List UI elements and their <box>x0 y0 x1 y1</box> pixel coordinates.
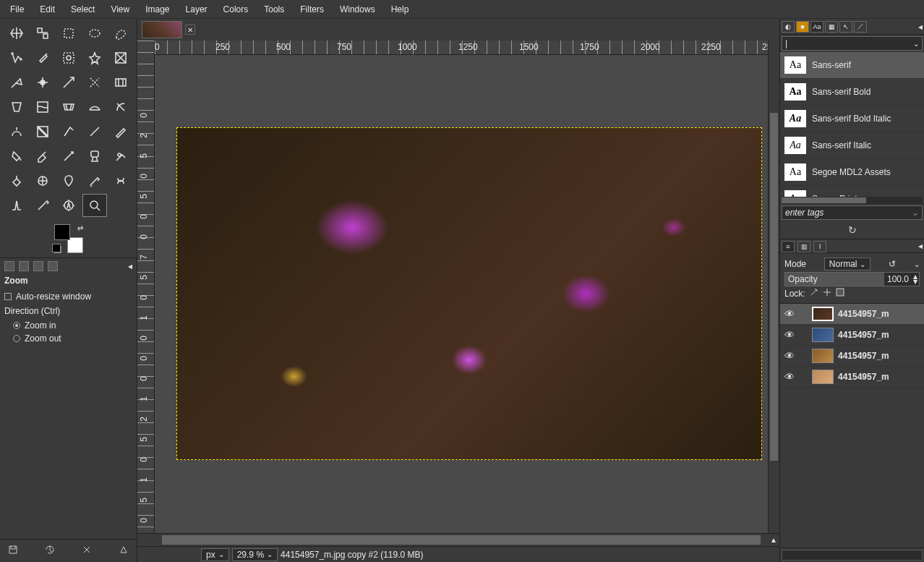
mode-selector[interactable]: Normal <box>824 257 871 271</box>
smudge-tool[interactable] <box>56 169 81 192</box>
channels-tab-icon[interactable]: ▥ <box>797 241 810 252</box>
menu-tools[interactable]: Tools <box>257 1 291 17</box>
patterns-tab-icon[interactable]: ■ <box>796 21 809 33</box>
zoom-selector[interactable]: 29.9 % <box>232 548 278 561</box>
zoom-tool[interactable] <box>82 194 107 217</box>
opacity-slider[interactable]: Opacity 100.0 ▴▾ <box>784 272 920 286</box>
layer-name[interactable]: 44154957_m <box>838 309 921 319</box>
auto-resize-checkbox[interactable]: Auto-resize window <box>4 290 132 303</box>
handle-transform-tool[interactable] <box>4 95 29 119</box>
menu-help[interactable]: Help <box>384 1 416 17</box>
menu-select[interactable]: Select <box>64 1 102 17</box>
clone-tool[interactable] <box>82 145 107 168</box>
close-tab-icon[interactable]: ✕ <box>185 25 195 35</box>
paths-tab-icon[interactable]: ⌇ <box>813 241 826 252</box>
layer-row[interactable]: 👁44154957_m <box>780 367 924 388</box>
menu-view[interactable]: View <box>103 1 137 17</box>
menu-windows[interactable]: Windows <box>333 1 382 17</box>
layer-name[interactable]: 44154957_m <box>838 372 921 382</box>
paintbrush-tab-icon[interactable]: ／ <box>854 21 867 33</box>
by-color-select-tool[interactable] <box>56 46 81 69</box>
unified-transform-tool[interactable] <box>108 71 133 94</box>
rotate-tool[interactable] <box>4 71 29 94</box>
layer-row[interactable]: 👁44154957_m <box>780 325 924 346</box>
airbrush-tool[interactable] <box>4 145 29 168</box>
rect-select-tool[interactable] <box>56 22 81 45</box>
font-item[interactable]: AaSans-serif Bold <box>780 79 924 106</box>
free-select-tool[interactable] <box>108 22 133 45</box>
horizontal-scrollbar[interactable] <box>155 534 768 546</box>
menu-filters[interactable]: Filters <box>293 1 331 17</box>
layer-name[interactable]: 44154957_m <box>838 330 921 340</box>
scissors-tool[interactable] <box>4 46 29 69</box>
menu-file[interactable]: File <box>3 1 31 17</box>
font-item[interactable]: AaSegoe MDL2 Assets <box>780 159 924 186</box>
default-colors-icon[interactable] <box>54 246 61 253</box>
tags-input[interactable]: enter tags <box>782 205 923 220</box>
lock-alpha-icon[interactable] <box>836 288 844 299</box>
font-item[interactable]: AaSans-serif <box>780 52 924 79</box>
align-tool[interactable] <box>30 22 55 45</box>
image-tab[interactable] <box>142 21 182 38</box>
unit-selector[interactable]: px <box>201 548 229 561</box>
shear-tool[interactable] <box>56 71 81 94</box>
delete-options-icon[interactable] <box>81 544 93 558</box>
dock-menu-icon[interactable]: ◂ <box>918 241 923 251</box>
font-item[interactable]: AaSans-serif Bold Italic <box>780 106 924 132</box>
zoom-out-radio[interactable]: Zoom out <box>4 332 132 345</box>
3d-transform-tool[interactable] <box>108 95 133 119</box>
measure-tool[interactable] <box>56 194 81 217</box>
perspective-clone-tool[interactable] <box>4 169 29 192</box>
mode-reset-icon[interactable]: ↺ <box>889 259 896 269</box>
lock-position-icon[interactable] <box>823 288 831 299</box>
device-status-tab-icon[interactable] <box>19 261 29 271</box>
layer-row[interactable]: 👁44154957_m <box>780 346 924 367</box>
fonts-tab-icon[interactable]: Aa <box>810 21 824 33</box>
tool-options-tab-icon[interactable] <box>4 261 14 271</box>
cage-tool[interactable] <box>56 95 81 119</box>
layer-row[interactable]: 👁44154957_m <box>780 304 924 325</box>
bucket-fill-tool[interactable] <box>4 120 29 143</box>
lock-pixels-icon[interactable] <box>810 288 818 299</box>
visibility-icon[interactable]: 👁 <box>783 308 796 320</box>
foreground-select-tool[interactable] <box>82 46 107 69</box>
images-tab-icon[interactable] <box>48 261 58 271</box>
visibility-icon[interactable]: 👁 <box>783 350 796 362</box>
menu-edit[interactable]: Edit <box>33 1 62 17</box>
crop-tool[interactable] <box>108 46 133 69</box>
restore-options-icon[interactable] <box>44 544 56 558</box>
swap-colors-icon[interactable]: ⇄ <box>77 224 83 232</box>
blur-tool[interactable] <box>30 169 55 192</box>
heal-tool[interactable] <box>108 145 133 168</box>
ellipse-select-tool[interactable] <box>82 22 107 45</box>
layer-thumbnail[interactable] <box>812 349 834 363</box>
scale-tool[interactable] <box>30 71 55 94</box>
zoom-in-radio[interactable]: Zoom in <box>4 319 132 332</box>
color-picker-tool[interactable] <box>30 194 55 217</box>
refresh-fonts-icon[interactable]: ↻ <box>780 221 924 239</box>
path-tool[interactable] <box>108 169 133 192</box>
layers-tab-icon[interactable]: ≡ <box>782 241 795 252</box>
visibility-icon[interactable]: 👁 <box>783 329 796 341</box>
fuzzy-select-tool[interactable] <box>30 46 55 69</box>
pencil-tool[interactable] <box>56 120 81 143</box>
brushes-tab-icon[interactable]: ◐ <box>782 21 795 33</box>
mode-chevron-icon[interactable]: ⌄ <box>914 260 920 268</box>
layers-scrollbar[interactable] <box>780 548 924 562</box>
font-scrollbar[interactable] <box>782 197 923 204</box>
font-item[interactable]: AaSegoe Print <box>780 186 924 197</box>
layer-thumbnail[interactable] <box>812 328 834 342</box>
gradient-tool[interactable] <box>30 120 55 143</box>
layer-thumbnail[interactable] <box>812 370 834 384</box>
paintbrush-tool[interactable] <box>82 120 107 143</box>
warp-tool[interactable] <box>82 95 107 119</box>
save-options-icon[interactable] <box>7 544 19 558</box>
mypaint-tool[interactable] <box>56 145 81 168</box>
menu-image[interactable]: Image <box>138 1 176 17</box>
text-tool[interactable] <box>4 194 29 217</box>
dodge-tool[interactable] <box>82 169 107 192</box>
opacity-stepper[interactable]: ▴▾ <box>912 274 919 284</box>
undo-history-tab-icon[interactable] <box>33 261 43 271</box>
font-item[interactable]: AaSans-serif Italic <box>780 132 924 159</box>
menu-layer[interactable]: Layer <box>179 1 215 17</box>
